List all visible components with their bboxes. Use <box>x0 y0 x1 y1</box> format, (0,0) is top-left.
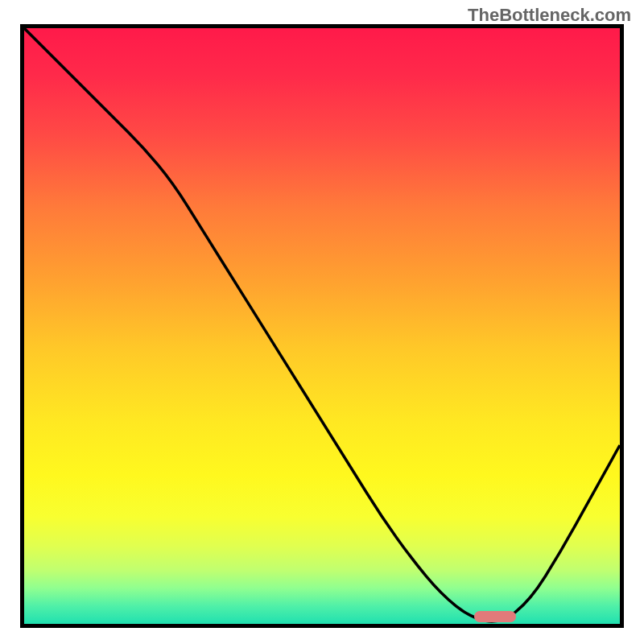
bottleneck-curve-path <box>24 28 620 621</box>
minimum-marker <box>474 611 516 622</box>
chart-curve <box>24 28 620 624</box>
chart-frame <box>20 24 624 628</box>
watermark-text: TheBottleneck.com <box>468 5 631 26</box>
